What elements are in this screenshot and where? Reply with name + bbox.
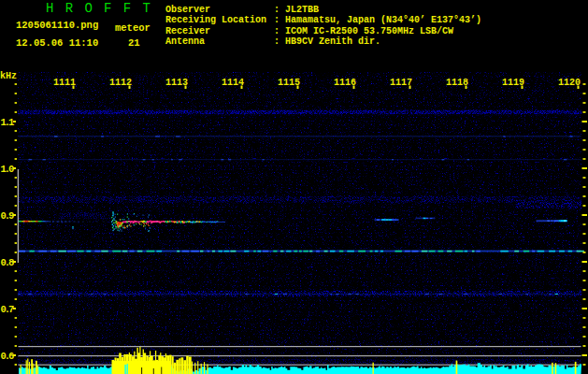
- svg-text:meteor: meteor: [115, 22, 151, 34]
- svg-text:1115: 1115: [278, 78, 300, 88]
- svg-text:HROFFT: HROFFT: [46, 1, 162, 16]
- svg-text:0.8: 0.8: [1, 257, 15, 268]
- svg-text:1117: 1117: [390, 78, 412, 88]
- svg-text:0.9: 0.9: [1, 210, 15, 222]
- svg-text:Receiver: Receiver: [165, 26, 210, 36]
- svg-text:Observer: Observer: [165, 5, 210, 15]
- svg-text:1.0: 1.0: [1, 164, 15, 175]
- svg-text:1120: 1120: [558, 78, 581, 88]
- svg-text:Receiving Location: Receiving Location: [165, 15, 266, 25]
- svg-text:1205061110.png: 1205061110.png: [16, 20, 98, 31]
- svg-text:1.1: 1.1: [1, 117, 15, 128]
- svg-text:1111: 1111: [53, 78, 76, 88]
- svg-text:: JL2TBB: : JL2TBB: [274, 5, 319, 15]
- svg-text:0.7: 0.7: [1, 304, 15, 315]
- svg-text:12.05.06 11:10: 12.05.06 11:10: [16, 37, 98, 49]
- svg-text:21: 21: [128, 37, 140, 49]
- svg-text:1113: 1113: [165, 78, 188, 88]
- svg-text:1114: 1114: [222, 78, 244, 88]
- svg-text:1116: 1116: [334, 78, 356, 88]
- svg-text:: ICOM IC-R2500 53.750MHz LSB/: : ICOM IC-R2500 53.750MHz LSB/CW: [274, 26, 453, 36]
- svg-text:: HB9CV Zenith dir.: : HB9CV Zenith dir.: [274, 36, 380, 47]
- svg-text:1118: 1118: [446, 78, 468, 88]
- svg-text:: Hamamatsu, Japan (N34°40’ E1: : Hamamatsu, Japan (N34°40’ E137°43’): [274, 15, 481, 25]
- svg-text:0.6: 0.6: [1, 351, 15, 362]
- svg-text:1112: 1112: [109, 78, 132, 88]
- svg-text:1119: 1119: [502, 78, 524, 88]
- svg-text:kHz: kHz: [0, 71, 17, 81]
- svg-text:Antenna: Antenna: [165, 36, 205, 47]
